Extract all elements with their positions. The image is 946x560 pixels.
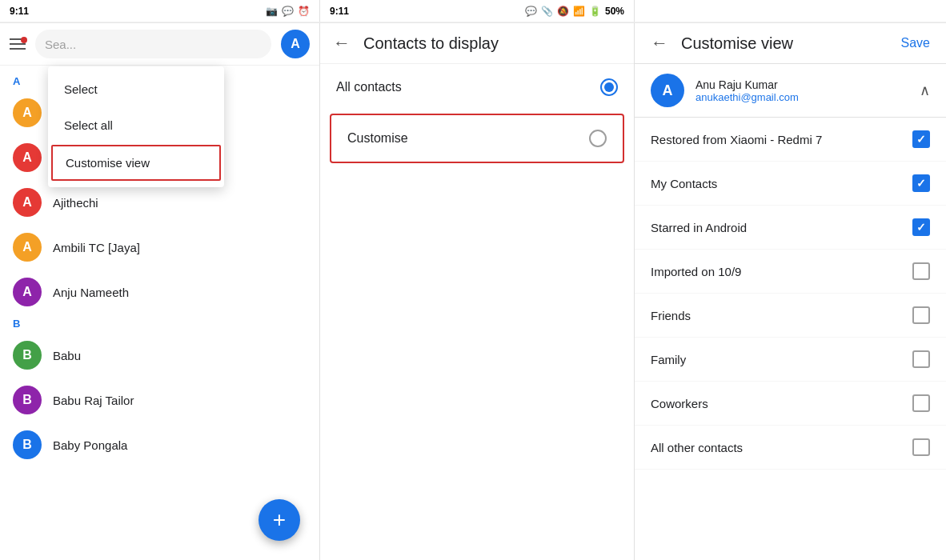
- avatar: A: [13, 233, 42, 262]
- list-item[interactable]: B Baby Pongala: [0, 422, 319, 467]
- avatar: B: [13, 430, 42, 459]
- all-contacts-option[interactable]: All contacts: [320, 64, 634, 110]
- check-item-label: Coworkers: [651, 397, 708, 410]
- save-button[interactable]: Save: [901, 36, 930, 50]
- search-placeholder: Sea...: [45, 38, 76, 51]
- contact-name: Babu: [53, 349, 81, 362]
- dropdown-item-select-all[interactable]: Select all: [48, 107, 224, 143]
- time-p1: 9:11: [10, 6, 29, 17]
- avatar: A: [13, 143, 42, 172]
- customise-option[interactable]: Customise: [331, 115, 623, 162]
- checkbox-mycontacts[interactable]: [912, 174, 930, 192]
- check-item-label: Imported on 10/9: [651, 265, 741, 278]
- contact-name: Anju Nameeth: [53, 286, 129, 299]
- contact-name: Ambili TC [Jaya]: [53, 241, 140, 254]
- account-name: Anu Raju Kumar: [695, 78, 799, 91]
- check-item-friends[interactable]: Friends: [635, 294, 946, 338]
- back-arrow-icon[interactable]: ←: [333, 33, 351, 54]
- check-item-restored[interactable]: Restored from Xiaomi - Redmi 7: [635, 118, 946, 162]
- hamburger-menu[interactable]: [10, 38, 26, 50]
- panel3-header: ← Customise view Save: [635, 23, 946, 64]
- notification-dot: [21, 37, 27, 43]
- contacts-header: Sea... A: [0, 23, 319, 66]
- check-item-label: All other contacts: [651, 441, 743, 454]
- check-item-label: Restored from Xiaomi - Redmi 7: [651, 133, 822, 146]
- section-label-b: B: [0, 314, 319, 333]
- check-item-mycontacts[interactable]: My Contacts: [635, 162, 946, 206]
- account-row[interactable]: A Anu Raju Kumar anukaethi@gmail.com ∧: [635, 64, 946, 118]
- contacts-to-display-panel: ← Contacts to display All contacts Custo…: [320, 23, 635, 560]
- contact-name: Ajithechi: [53, 196, 98, 210]
- all-contacts-radio[interactable]: [600, 78, 618, 96]
- check-item-starred[interactable]: Starred in Android: [635, 206, 946, 250]
- panel3-back-icon[interactable]: ←: [651, 33, 668, 54]
- customise-radio[interactable]: [589, 130, 607, 147]
- list-item[interactable]: A Anju Nameeth: [0, 270, 319, 314]
- check-item-label: Family: [651, 353, 686, 366]
- panel3-header-left: ← Customise view: [651, 33, 793, 54]
- check-item-family[interactable]: Family: [635, 338, 946, 382]
- chevron-up-icon: ∧: [920, 82, 930, 99]
- account-avatar: A: [651, 74, 684, 107]
- dropdown-menu: Select Select all Customise view: [48, 66, 224, 187]
- contact-name: Baby Pongala: [53, 438, 127, 452]
- panel2-title: Contacts to display: [363, 34, 499, 53]
- fab-add-button[interactable]: +: [259, 499, 300, 541]
- contact-name: Babu Raj Tailor: [53, 394, 134, 407]
- checkbox-friends[interactable]: [912, 306, 930, 324]
- checkbox-family[interactable]: [912, 350, 930, 368]
- dropdown-item-select[interactable]: Select: [48, 71, 224, 107]
- account-text: Anu Raju Kumar anukaethi@gmail.com: [695, 78, 799, 103]
- list-item[interactable]: B Babu: [0, 333, 319, 378]
- avatar: A: [13, 188, 42, 217]
- checkbox-coworkers[interactable]: [912, 394, 930, 412]
- all-contacts-label: All contacts: [336, 80, 402, 94]
- list-item[interactable]: A Ambili TC [Jaya]: [0, 225, 319, 270]
- customise-view-panel: ← Customise view Save A Anu Raju Kumar a…: [635, 23, 946, 560]
- check-item-label: My Contacts: [651, 177, 717, 190]
- avatar: A: [13, 278, 42, 306]
- avatar: B: [13, 386, 42, 414]
- avatar: A: [13, 98, 42, 127]
- time-p2: 9:11: [330, 6, 349, 17]
- checkbox-imported[interactable]: [912, 262, 930, 280]
- user-avatar[interactable]: A: [281, 30, 310, 58]
- checkbox-starred[interactable]: [912, 218, 930, 236]
- customise-label: Customise: [347, 131, 408, 146]
- checkbox-allother[interactable]: [912, 438, 930, 456]
- avatar: B: [13, 341, 42, 370]
- account-info: A Anu Raju Kumar anukaethi@gmail.com: [651, 74, 799, 107]
- checkbox-restored[interactable]: [912, 130, 930, 148]
- check-item-imported[interactable]: Imported on 10/9: [635, 250, 946, 294]
- panel3-title: Customise view: [681, 34, 793, 53]
- list-item[interactable]: B Babu Raj Tailor: [0, 378, 319, 422]
- status-icons-p1: 📷💬⏰: [266, 6, 310, 17]
- check-item-allother[interactable]: All other contacts: [635, 426, 946, 470]
- contacts-panel: Sea... A Select Select all Customise vie…: [0, 23, 320, 560]
- check-item-label: Friends: [651, 309, 691, 322]
- check-item-label: Starred in Android: [651, 221, 747, 234]
- search-bar[interactable]: Sea...: [35, 30, 271, 58]
- account-email: anukaethi@gmail.com: [695, 91, 799, 103]
- status-icons-p2: 💬📎🔕📶🔋 50%: [525, 6, 624, 17]
- panel2-header: ← Contacts to display: [320, 23, 634, 64]
- dropdown-item-customise-view[interactable]: Customise view: [51, 145, 221, 181]
- check-item-coworkers[interactable]: Coworkers: [635, 382, 946, 426]
